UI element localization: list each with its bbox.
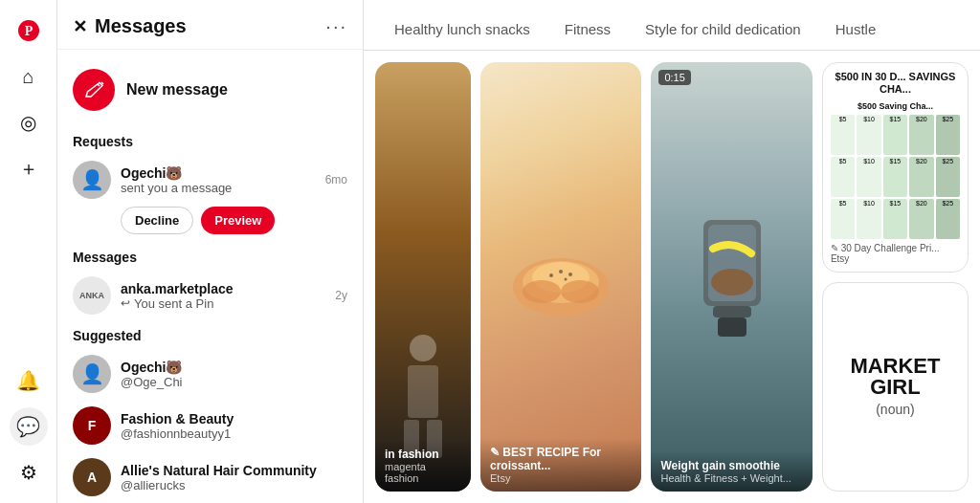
svg-point-2 — [410, 335, 436, 361]
suggested-avatar-0: 👤 — [73, 355, 111, 393]
marketplace-avatar: ANKA — [73, 276, 111, 315]
notifications-icon[interactable]: 🔔 — [10, 361, 48, 400]
svg-text:P: P — [24, 24, 33, 38]
sug-info-2: Allie's Natural Hair Community @allieruc… — [121, 463, 347, 492]
savings-title: $500 Saving Cha... — [831, 101, 960, 111]
market-line2: GIRL — [850, 377, 940, 398]
preview-button[interactable]: Preview — [201, 207, 275, 234]
sug-handle-1: @fashionnbeautyy1 — [121, 426, 347, 441]
close-button[interactable]: ✕ — [73, 16, 87, 37]
video-badge: 0:15 — [658, 70, 690, 85]
smoothie-card-title: Weight gain smoothie — [660, 459, 802, 472]
svg-rect-19 — [718, 317, 746, 337]
left-nav: P ⌂ ◎ ＋ 🔔 💬 ⚙ — [0, 0, 57, 503]
main-content: Healthy lunch snacks Fitness Style for c… — [364, 0, 980, 503]
pin-card-market[interactable]: MARKET GIRL (noun) — [822, 282, 969, 492]
sug-name-2: Allie's Natural Hair Community — [121, 463, 347, 478]
sug-name-1: Fashion & Beauty — [121, 411, 347, 426]
tab-healthy-lunch[interactable]: Healthy lunch snacks — [379, 11, 546, 50]
person-card-sub: magenta fashion — [385, 461, 461, 484]
sug-name-0: Ogechi🐻 — [121, 360, 347, 375]
croissant-card-overlay: ✎ BEST RECIPE For croissant... Etsy — [480, 438, 641, 492]
create-icon[interactable]: ＋ — [10, 149, 48, 187]
savings-header: $500 IN 30 D... SAVINGS CHA... — [831, 71, 960, 96]
request-item: 👤 Ogechi🐻 sent you a message 6mo Decline… — [73, 161, 347, 234]
request-info: Ogechi🐻 sent you a message — [121, 165, 316, 195]
pinterest-logo[interactable]: P — [10, 11, 48, 50]
svg-rect-18 — [713, 306, 751, 317]
sug-info-0: Ogechi🐻 @Oge_Chi — [121, 360, 347, 389]
smoothie-card-sub: Health & Fitness + Weight... — [660, 472, 802, 484]
croissant-card-sub: Etsy — [490, 472, 632, 484]
new-message-icon — [73, 69, 115, 111]
panel-body: New message Requests 👤 Ogechi🐻 sent you … — [57, 50, 363, 503]
msg-name: anka.marketplace — [121, 281, 325, 296]
svg-rect-3 — [408, 365, 438, 418]
tabs-bar: Healthy lunch snacks Fitness Style for c… — [364, 0, 980, 51]
message-item[interactable]: ANKA anka.marketplace ↩ You sent a Pin 2… — [73, 276, 347, 315]
croissant-card-title: ✎ BEST RECIPE For croissant... — [490, 446, 632, 472]
suggested-avatar-1: F — [73, 406, 111, 445]
pin-card-savings[interactable]: $500 IN 30 D... SAVINGS CHA... $500 Savi… — [822, 62, 969, 273]
suggested-item-2[interactable]: A Allie's Natural Hair Community @allier… — [73, 458, 347, 496]
new-message-label: New message — [126, 81, 228, 98]
settings-icon[interactable]: ⚙ — [10, 453, 48, 492]
svg-point-11 — [549, 273, 553, 277]
home-icon[interactable]: ⌂ — [10, 57, 48, 96]
smoothie-card-overlay: Weight gain smoothie Health & Fitness + … — [651, 451, 812, 492]
request-row: 👤 Ogechi🐻 sent you a message 6mo — [73, 161, 347, 199]
pin-card-person[interactable]: in fashion magenta fashion — [375, 62, 471, 492]
tab-hustle[interactable]: Hustle — [820, 11, 892, 50]
messages-icon[interactable]: 💬 — [10, 407, 48, 446]
messages-section-label: Messages — [73, 250, 347, 265]
market-line3: (noun) — [850, 402, 940, 417]
person-card-overlay: in fashion magenta fashion — [375, 440, 471, 492]
request-avatar: 👤 — [73, 161, 111, 199]
panel-title: Messages — [95, 15, 187, 37]
request-name: Ogechi🐻 — [121, 165, 316, 181]
svg-point-13 — [568, 273, 572, 276]
msg-sub: ↩ You sent a Pin — [121, 296, 325, 311]
svg-point-12 — [559, 270, 563, 273]
explore-icon[interactable]: ◎ — [10, 103, 48, 142]
decline-button[interactable]: Decline — [121, 207, 193, 234]
sug-handle-2: @allierucks — [121, 478, 347, 492]
savings-sub: ✎ 30 Day Challenge Pri... Etsy — [831, 243, 960, 264]
market-line1: MARKET — [850, 356, 940, 377]
sug-info-1: Fashion & Beauty @fashionnbeautyy1 — [121, 411, 347, 441]
person-card-title: in fashion — [385, 448, 461, 461]
msg-info: anka.marketplace ↩ You sent a Pin — [121, 281, 325, 311]
request-time: 6mo — [325, 173, 347, 186]
more-options-button[interactable]: ··· — [325, 15, 347, 37]
suggested-item-0[interactable]: 👤 Ogechi🐻 @Oge_Chi — [73, 355, 347, 393]
action-buttons: Decline Preview — [73, 207, 347, 234]
pin-card-smoothie[interactable]: 0:15 Weight gain smoothie Health & — [651, 62, 812, 492]
msg-time: 2y — [335, 289, 347, 302]
suggested-item-1[interactable]: F Fashion & Beauty @fashionnbeautyy1 — [73, 406, 347, 445]
header-left: ✕ Messages — [73, 15, 187, 37]
pin-card-croissant[interactable]: ✎ BEST RECIPE For croissant... Etsy — [480, 62, 641, 492]
sug-handle-0: @Oge_Chi — [121, 375, 347, 389]
requests-section-label: Requests — [73, 134, 347, 149]
svg-point-10 — [561, 280, 599, 303]
request-sub: sent you a message — [121, 181, 316, 195]
messages-panel: ✕ Messages ··· New message Requests 👤 — [57, 0, 364, 503]
tab-fitness[interactable]: Fitness — [549, 11, 626, 50]
panel-header: ✕ Messages ··· — [57, 0, 363, 50]
svg-point-9 — [523, 280, 561, 303]
tab-style-child[interactable]: Style for child dedication — [630, 11, 816, 50]
new-message-button[interactable]: New message — [73, 61, 347, 126]
svg-point-17 — [711, 269, 753, 295]
svg-point-14 — [565, 277, 568, 280]
market-card-text: MARKET GIRL (noun) — [842, 348, 947, 425]
suggested-avatar-2: A — [73, 458, 111, 496]
suggested-section-label: Suggested — [73, 328, 347, 343]
